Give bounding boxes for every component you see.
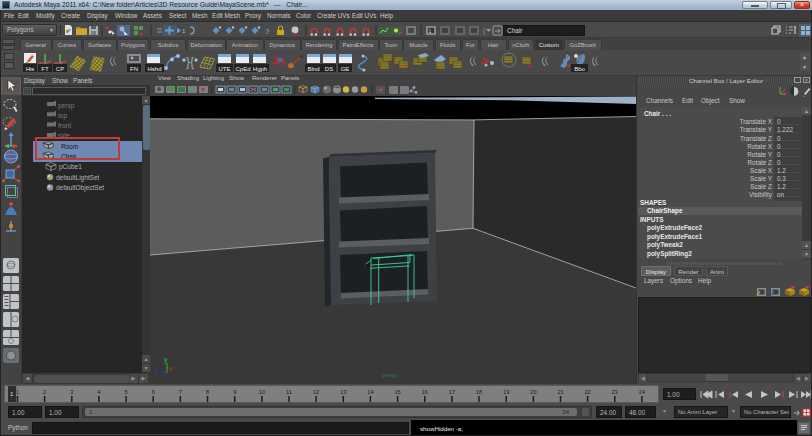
svg-text:23: 23 [612,389,618,395]
svg-text:13: 13 [340,389,346,395]
svg-text:4: 4 [97,389,100,395]
svg-text:UTE: UTE [219,66,231,72]
svg-text:22: 22 [584,389,590,395]
svg-text:(: ( [483,27,486,35]
svg-text:Hshd: Hshd [147,66,161,72]
svg-text:14: 14 [367,389,373,395]
svg-text:GE: GE [341,66,350,72]
svg-text:3: 3 [70,389,73,395]
svg-text:Hgph: Hgph [253,66,267,72]
svg-text:18: 18 [476,389,482,395]
svg-text:persp: persp [382,372,398,378]
svg-text:pCube1: pCube1 [59,163,82,171]
svg-text:Bbo: Bbo [574,66,585,72]
svg-text:9: 9 [233,389,236,395]
svg-text:CpEd: CpEd [235,66,250,72]
svg-text:FT: FT [41,66,49,72]
svg-text:top: top [58,112,67,120]
svg-text:1: 1 [16,389,19,395]
svg-text:7: 7 [179,389,182,395]
svg-text:defaultLightSet: defaultLightSet [56,174,100,182]
svg-text:20: 20 [530,389,536,395]
svg-text:persp: persp [58,102,75,110]
svg-text:17: 17 [449,389,455,395]
svg-text:2: 2 [43,389,46,395]
svg-text:?: ? [265,27,270,36]
svg-text:z: z [156,365,159,372]
svg-text:front: front [58,122,71,129]
svg-text:FN: FN [130,66,138,72]
svg-text:12: 12 [313,389,319,395]
svg-text:defaultObjectSet: defaultObjectSet [56,184,104,192]
svg-text:}{: }{ [186,55,194,69]
svg-text:24: 24 [639,389,645,395]
svg-text:21: 21 [557,389,563,395]
svg-text:5: 5 [125,389,128,395]
svg-text:10: 10 [259,389,265,395]
svg-text:CP: CP [56,66,64,72]
svg-text:DS: DS [325,66,333,72]
svg-text:Room: Room [61,143,78,150]
svg-text:15: 15 [394,389,400,395]
svg-text:1: 1 [429,28,432,34]
svg-text:6: 6 [152,389,155,395]
svg-text:His: His [26,66,35,72]
svg-text:8: 8 [206,389,209,395]
svg-text:1: 1 [182,28,186,34]
svg-text:19: 19 [503,389,509,395]
svg-text:11: 11 [286,389,292,395]
svg-text:16: 16 [422,389,428,395]
svg-text:Blnd: Blnd [307,66,319,72]
